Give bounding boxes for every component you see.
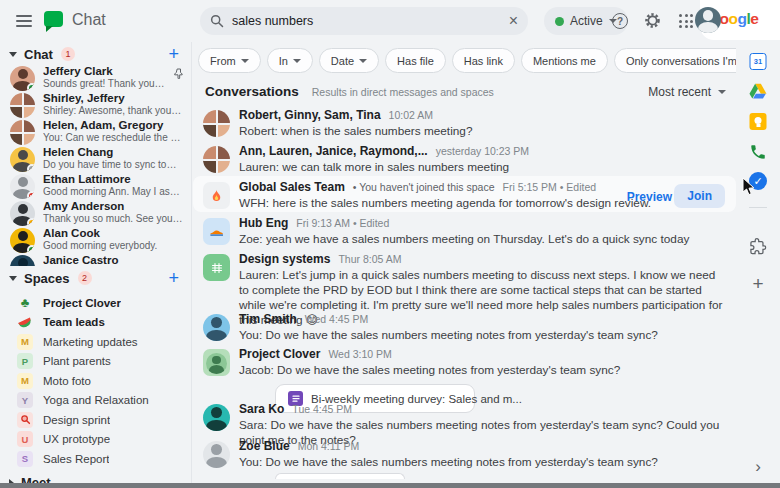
conversation-result[interactable]: Hub EngFri 9:13 AM • Edited Zoe: yeah we… <box>193 212 736 248</box>
conversation-result[interactable]: Zoe BlueMon 4:11 PM You: Do we have the … <box>193 435 736 479</box>
space-list-item[interactable]: Design sprint <box>0 410 191 430</box>
spaces-section-label: Spaces <box>24 271 70 286</box>
space-list-item[interactable]: U UX prototype <box>0 430 191 450</box>
tasks-icon[interactable]: ✓ <box>749 172 767 190</box>
filter-only-conversations-chip[interactable]: Only conversations I'm in <box>614 48 736 73</box>
navigation-sidebar: Chat 1 + Jeffery ClarkSounds great! Than… <box>0 42 192 483</box>
new-chat-button[interactable]: + <box>168 45 179 63</box>
result-time: Fri 5:15 PM • Edited <box>503 180 597 195</box>
chevron-down-icon <box>718 90 726 94</box>
voice-icon[interactable] <box>749 143 767 161</box>
filter-mentions-me-chip[interactable]: Mentions me <box>521 48 608 73</box>
collapse-chat-icon[interactable] <box>9 52 17 57</box>
chat-list-item[interactable]: Amy AndersonThank you so much. See you t… <box>0 199 191 226</box>
chat-list-item[interactable]: Ethan LattimoreGood morning Ann. May I a… <box>0 172 191 199</box>
chat-list-item[interactable]: Helen ChangDo you have time to sync tomo… <box>0 145 191 172</box>
join-button[interactable]: Join <box>674 184 725 208</box>
app-title: Chat <box>72 11 106 29</box>
top-header: Chat × Active ? Google <box>0 0 780 42</box>
space-list-item[interactable]: P Plant parents <box>0 352 191 372</box>
chat-list-item[interactable]: Helen, Adam, GregoryYou: Can we reschedu… <box>0 118 191 145</box>
result-name: Sara Ko <box>239 402 284 417</box>
new-space-button[interactable]: + <box>168 269 179 287</box>
results-title: Conversations <box>205 84 299 99</box>
search-bar[interactable]: × <box>200 7 528 35</box>
chat-list-item[interactable]: Shirley, JefferyShirley: Awesome, thank … <box>0 91 191 118</box>
space-list-item[interactable]: S Sales Report <box>0 449 191 469</box>
conversation-result[interactable]: Robert, Ginny, Sam, Tina10:02 AM Robert:… <box>193 104 736 140</box>
result-name: Global Sales Team <box>239 180 345 195</box>
conversation-result[interactable]: Design systemsThur 8:05 AM Lauren: Let's… <box>193 248 736 308</box>
result-time: Thur 8:05 AM <box>338 252 401 267</box>
letter-avatar: M <box>17 334 33 350</box>
grid-icon <box>203 254 230 281</box>
conversation-result-hovered[interactable]: Global Sales Team• You haven't joined th… <box>193 176 736 212</box>
filter-has-link-chip[interactable]: Has link <box>452 48 515 73</box>
result-time: 10:02 AM <box>389 108 433 123</box>
chat-preview: Sounds great! Thank you so much Ann! <box>43 78 165 90</box>
google-chat-app: Chat × Active ? Google Chat 1 + <box>0 0 780 488</box>
space-list-item[interactable]: ♣ Project Clover <box>0 293 191 313</box>
meet-section-label: Meet <box>21 475 51 483</box>
spaces-unread-badge: 2 <box>78 271 92 285</box>
filter-date-chip[interactable]: Date <box>319 48 379 73</box>
results-header: Conversations Results in direct messages… <box>205 84 726 99</box>
search-input[interactable] <box>232 14 501 28</box>
chat-list-item[interactable]: Jeffery ClarkSounds great! Thank you so … <box>0 64 191 91</box>
result-snippet: You: Do we have the sales numbers meetin… <box>239 455 726 470</box>
conversation-result[interactable]: Sara KoTue 4:45 PM Sara: Do we have the … <box>193 398 736 435</box>
google-apps-icon[interactable] <box>679 14 693 28</box>
main-menu-icon[interactable] <box>16 15 32 27</box>
keep-icon[interactable] <box>750 113 767 130</box>
away-status-icon <box>27 164 35 172</box>
preview-button[interactable]: Preview <box>627 190 672 204</box>
account-area: Google <box>700 0 780 40</box>
space-list-item[interactable]: M Moto foto <box>0 371 191 391</box>
pin-icon <box>173 68 183 80</box>
chat-list-item[interactable]: Janice Castro <box>0 253 191 266</box>
conversation-result[interactable]: Tim SmithWed 4:45 PM You: Do we have the… <box>193 308 736 343</box>
addons-puzzle-icon[interactable] <box>750 238 767 255</box>
status-label: Active <box>570 14 603 28</box>
space-list-item[interactable]: M Marketing updates <box>0 332 191 352</box>
space-list-item[interactable]: Y Yoga and Relaxation <box>0 391 191 411</box>
chat-preview: Thank you so much. See you there. <box>43 213 183 225</box>
online-status-icon <box>27 245 35 253</box>
collapse-spaces-icon[interactable] <box>9 276 17 281</box>
result-snippet: Lauren: we can talk more in sales number… <box>239 160 726 175</box>
settings-gear-icon[interactable] <box>644 12 661 29</box>
group-avatar <box>10 120 35 145</box>
add-shortcut-icon[interactable]: + <box>752 274 763 293</box>
account-avatar[interactable] <box>695 7 721 33</box>
calendar-icon[interactable]: 31 <box>750 53 767 70</box>
group-avatar <box>203 110 230 137</box>
meet-section-header[interactable]: Meet <box>0 473 191 484</box>
spaces-section-header[interactable]: Spaces 2 + <box>0 268 191 288</box>
space-list-item[interactable]: Team leads <box>0 313 191 333</box>
conversation-result[interactable]: Project CloverWed 3:10 PM Jacob: Do we h… <box>193 343 736 398</box>
help-icon[interactable]: ? <box>612 13 628 29</box>
chat-list-item[interactable]: Alan CookGood morning everybody. <box>0 226 191 253</box>
result-name: Design systems <box>239 252 330 267</box>
results-subtitle: Results in direct messages and spaces <box>312 86 494 98</box>
do-not-disturb-icon <box>27 191 35 199</box>
space-name: Marketing updates <box>43 336 138 348</box>
result-time: Mon 4:11 PM <box>298 439 360 454</box>
chat-name: Helen, Adam, Gregory <box>43 119 183 132</box>
open-side-panel-icon[interactable]: › <box>755 458 761 475</box>
filter-from-chip[interactable]: From <box>198 48 261 73</box>
clear-search-icon[interactable]: × <box>509 13 518 29</box>
space-name: Design sprint <box>43 414 110 426</box>
sort-selector[interactable]: Most recent <box>648 85 726 99</box>
filter-has-file-chip[interactable]: Has file <box>385 48 446 73</box>
chat-preview: Good morning everybody. <box>43 240 183 252</box>
result-snippet: Robert: when is the sales numbers meetin… <box>239 124 726 139</box>
chat-section-header[interactable]: Chat 1 + <box>0 44 191 64</box>
drive-icon[interactable] <box>749 83 768 100</box>
conversation-result[interactable]: Ann, Lauren, Janice, Raymond,...yesterda… <box>193 140 736 176</box>
chat-name: Amy Anderson <box>43 200 183 213</box>
filter-in-chip[interactable]: In <box>267 48 313 73</box>
side-panel-rail: 31 ✓ + › <box>736 42 780 483</box>
attachment-card-partial[interactable] <box>275 473 405 479</box>
group-avatar <box>203 146 230 173</box>
